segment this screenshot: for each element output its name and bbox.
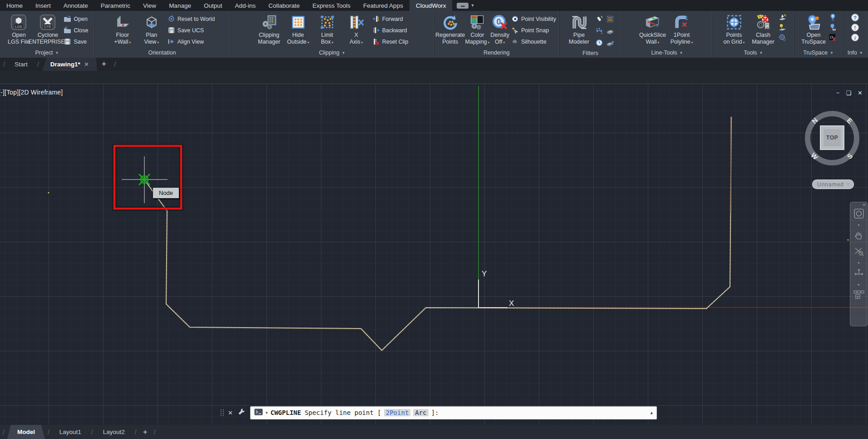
panel-label-line-tools[interactable]: Line-Tools▼ bbox=[622, 48, 712, 58]
reset-world-button[interactable]: Reset to World bbox=[167, 13, 216, 25]
open-truspace-button[interactable]: OpenTruSpace bbox=[799, 12, 828, 45]
fit-steel-button[interactable] bbox=[606, 27, 614, 35]
save-ucs-button[interactable]: Save UCS bbox=[167, 25, 216, 36]
layout-tab-layout1[interactable]: Layout1 bbox=[52, 425, 89, 439]
one-point-polyline-button[interactable]: 11PointPolyline▾ bbox=[667, 12, 695, 45]
hide-outside-button[interactable]: HideOutside▾ bbox=[284, 12, 312, 45]
panel-label-truspace[interactable]: TruSpace▼ bbox=[794, 48, 842, 58]
tool-target-button[interactable] bbox=[778, 33, 787, 42]
reset-clip-button[interactable]: Reset Clip bbox=[371, 36, 409, 47]
cye-badge-button[interactable]: CYECycloneENTERPRISE▾ bbox=[34, 12, 62, 45]
tool-light-button[interactable] bbox=[778, 23, 787, 32]
command-option-2point[interactable]: 2Point bbox=[384, 409, 411, 416]
fit-grid-button[interactable] bbox=[606, 15, 614, 23]
panel-label-clipping[interactable]: Clipping▼ bbox=[230, 48, 434, 58]
viewport-controls-label[interactable]: [-][Top][2D Wireframe] bbox=[0, 89, 63, 96]
expand-history-icon[interactable]: ▲ bbox=[650, 410, 652, 415]
panel-label-project[interactable]: Project▼ bbox=[0, 48, 94, 58]
menu-tab-add-ins[interactable]: Add-ins bbox=[228, 0, 262, 11]
folder-open-button[interactable]: Open bbox=[63, 13, 89, 25]
close-tab-icon[interactable]: ✕ bbox=[84, 61, 89, 68]
new-drawing-button[interactable]: + bbox=[97, 58, 111, 71]
customize-wrench-icon[interactable] bbox=[237, 408, 246, 418]
navigation-bar[interactable]: ✕ ▼ ▼ ▼ bbox=[850, 202, 868, 326]
floor-wall-button[interactable]: Floor+Wall▾ bbox=[108, 12, 137, 45]
pipe-modeler-button[interactable]: PipeModeler bbox=[565, 12, 593, 45]
panel-label-orientation[interactable]: Orientation bbox=[94, 48, 230, 58]
fit-steel-up-button[interactable] bbox=[606, 39, 614, 47]
panel-label-fitters[interactable]: Fitters bbox=[559, 49, 621, 58]
command-prompt-icon[interactable] bbox=[254, 409, 263, 417]
orbit-icon[interactable] bbox=[854, 268, 864, 280]
forward-clip-button[interactable]: Forward bbox=[371, 13, 409, 25]
chevron-down-icon[interactable]: ▼ bbox=[857, 284, 860, 286]
point-snap-button[interactable]: Point Snap bbox=[510, 25, 557, 36]
close-command-line-icon[interactable]: ✕ bbox=[228, 409, 233, 416]
panel-label-info[interactable]: Info▼ bbox=[843, 48, 868, 58]
menu-tab-parametric[interactable]: Parametric bbox=[94, 0, 137, 11]
clipping-manager-button[interactable]: ClippingManager bbox=[255, 12, 283, 45]
layout-tab-model[interactable]: Model bbox=[7, 425, 45, 439]
regen-points-button[interactable]: RegeneratePoints bbox=[436, 12, 464, 45]
menu-tab-output[interactable]: Output bbox=[197, 0, 229, 11]
file-tab-drawing1[interactable]: Drawing1*✕ bbox=[42, 58, 97, 71]
ribbon-display-toggle[interactable]: ▬▼ bbox=[457, 0, 474, 11]
points-on-grid-button[interactable]: Pointson Grid▾ bbox=[720, 12, 748, 45]
close-icon[interactable]: ✕ bbox=[858, 90, 863, 96]
density-small-button[interactable]: O bbox=[829, 33, 837, 42]
viewcube[interactable]: NESW TOP bbox=[805, 111, 859, 165]
fit-clock-button[interactable] bbox=[595, 39, 603, 47]
color-mapping-button[interactable]: ColorMapping▾ bbox=[465, 12, 490, 45]
tool-slice-button[interactable] bbox=[778, 13, 787, 22]
menu-tab-manage[interactable]: Manage bbox=[163, 0, 197, 11]
pin-small-button[interactable] bbox=[829, 13, 837, 22]
menu-tab-view[interactable]: View bbox=[137, 0, 163, 11]
align-view-button[interactable]: Align View bbox=[167, 36, 216, 47]
recent-commands-icon[interactable]: ▼ bbox=[266, 411, 268, 415]
menu-tab-featured-apps[interactable]: Featured Apps bbox=[357, 0, 409, 11]
minimize-icon[interactable]: − bbox=[836, 90, 840, 96]
menu-tab-express-tools[interactable]: Express Tools bbox=[306, 0, 357, 11]
menu-tab-collaborate[interactable]: Collaborate bbox=[262, 0, 306, 11]
restore-icon[interactable]: ❏ bbox=[846, 90, 851, 96]
info-badge-button[interactable]: i bbox=[851, 33, 859, 42]
help-badge-button[interactable]: ? bbox=[851, 13, 859, 22]
showmotion-icon[interactable] bbox=[853, 290, 864, 302]
menu-tab-annotate[interactable]: Annotate bbox=[57, 0, 94, 11]
panel-label-rendering[interactable]: Rendering bbox=[434, 48, 559, 58]
folder-close-button[interactable]: Close bbox=[63, 25, 89, 36]
quickslice-wall-button[interactable]: 1XQuickSliceWall▾ bbox=[638, 12, 666, 45]
command-option-arc[interactable]: Arc bbox=[413, 409, 428, 416]
menu-tab-insert[interactable]: Insert bbox=[29, 0, 57, 11]
zoom-extents-icon[interactable] bbox=[854, 246, 864, 258]
pan-hand-icon[interactable] bbox=[854, 230, 864, 242]
panel-label-tools[interactable]: Tools▼ bbox=[713, 48, 794, 58]
steering-wheel-icon[interactable] bbox=[854, 209, 864, 220]
chevron-down-icon[interactable]: ▼ bbox=[857, 224, 860, 226]
command-input[interactable]: ▼ CWGPLINE Specify line point [ 2PointAr… bbox=[250, 406, 657, 419]
silhouette-button[interactable]: Silhouette bbox=[510, 36, 557, 47]
file-tab-start[interactable]: Start bbox=[8, 58, 34, 71]
drag-handle-icon[interactable] bbox=[221, 409, 224, 416]
x-axis-clip-button[interactable]: XAxis▾ bbox=[342, 12, 370, 45]
warn-badge-button[interactable]: ! bbox=[851, 23, 859, 32]
new-layout-button[interactable]: + bbox=[139, 425, 151, 439]
menu-tab-cloudworx[interactable]: CloudWorx bbox=[409, 0, 453, 11]
plan-view-button[interactable]: PlanView▾ bbox=[138, 12, 166, 45]
limit-box-button[interactable]: LimitBox▾ bbox=[313, 12, 341, 45]
fit-valve-button[interactable] bbox=[595, 27, 603, 35]
fit-spray-button[interactable] bbox=[595, 15, 603, 23]
navbar-close-icon[interactable]: ✕ bbox=[862, 203, 866, 207]
save-disk-button[interactable]: Save bbox=[63, 36, 89, 47]
named-view-pill[interactable]: Unnamed ▽ bbox=[812, 180, 854, 189]
backward-clip-button[interactable]: Backward bbox=[371, 25, 409, 36]
pin-eye-button[interactable] bbox=[829, 23, 837, 32]
density-off-button[interactable]: 0DensityOff▾ bbox=[490, 12, 509, 45]
menu-tab-home[interactable]: Home bbox=[0, 0, 29, 11]
drawing-canvas[interactable]: Y X [-][Top][2D Wireframe] bbox=[0, 84, 868, 425]
chevron-down-icon[interactable]: ▼ bbox=[857, 262, 860, 264]
layout-tab-layout2[interactable]: Layout2 bbox=[96, 425, 132, 439]
point-visibility-button[interactable]: Point Visibility bbox=[510, 13, 557, 25]
clash-manager-button[interactable]: ClashManager bbox=[749, 12, 777, 45]
viewcube-face[interactable]: TOP bbox=[820, 125, 844, 150]
